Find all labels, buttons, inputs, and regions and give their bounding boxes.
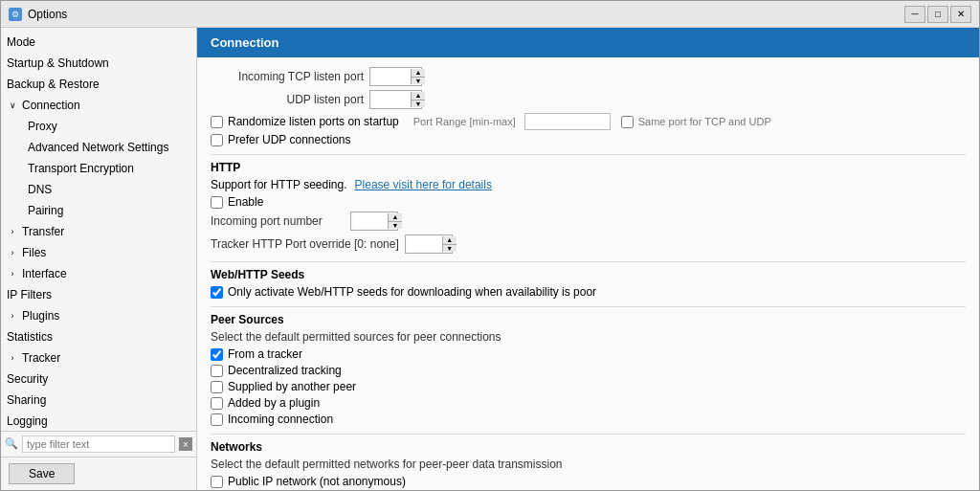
tcp-port-input[interactable]: 6881	[372, 69, 411, 84]
sidebar-item-tracker[interactable]: › Tracker	[1, 347, 196, 368]
public-ip-row: Public IP network (not anonymous)	[211, 475, 966, 488]
sidebar-item-transport-encryption[interactable]: Transport Encryption	[1, 158, 196, 179]
incoming-conn-checkbox[interactable]	[211, 413, 223, 426]
tcp-port-up-button[interactable]: ▲	[412, 69, 425, 77]
incoming-port-up-button[interactable]: ▲	[389, 213, 402, 221]
content-body: Incoming TCP listen port 6881 ▲ ▼ UDP li…	[197, 57, 979, 490]
http-seeding-link[interactable]: Please visit here for details	[355, 178, 492, 191]
transfer-label: Transfer	[22, 223, 64, 240]
plugins-expand-icon: ›	[7, 310, 18, 322]
startup-label: Startup & Shutdown	[7, 55, 109, 72]
added-plugin-label: Added by a plugin	[228, 396, 320, 410]
statistics-label: Statistics	[7, 328, 53, 346]
udp-port-spinbox: 6881 ▲ ▼	[369, 90, 422, 109]
http-section-title: HTTP	[211, 161, 966, 174]
sidebar-item-pairing[interactable]: Pairing	[1, 200, 196, 221]
sidebar-item-security[interactable]: Security	[1, 368, 196, 390]
options-window: ⚙ Options ─ □ ✕ Mode Startup & Shutdown …	[0, 0, 980, 491]
save-button[interactable]: Save	[9, 463, 75, 484]
sidebar-item-backup-restore[interactable]: Backup & Restore	[1, 74, 196, 95]
web-http-section-title: Web/HTTP Seeds	[211, 268, 966, 281]
sidebar-item-plugins[interactable]: › Plugins	[1, 305, 196, 326]
sidebar-item-mode[interactable]: Mode	[1, 32, 196, 53]
sidebar-item-statistics[interactable]: Statistics	[1, 326, 196, 347]
tcp-port-row: Incoming TCP listen port 6881 ▲ ▼	[211, 67, 966, 86]
peer-sources-divider	[211, 306, 966, 307]
proxy-label: Proxy	[28, 118, 57, 135]
supplied-checkbox[interactable]	[211, 381, 223, 393]
http-seeding-label: Support for HTTP seeding.	[211, 178, 347, 191]
port-range-label: Port Range [min-max]	[413, 116, 516, 127]
peer-sources-section-title: Peer Sources	[211, 313, 966, 326]
tracker-override-down-button[interactable]: ▼	[443, 244, 457, 253]
sidebar-item-proxy[interactable]: Proxy	[1, 116, 196, 137]
randomize-checkbox[interactable]	[211, 116, 223, 128]
from-tracker-label: From a tracker	[228, 347, 302, 361]
sidebar-item-advanced-network[interactable]: Advanced Network Settings	[1, 137, 196, 158]
connection-expand-icon: ∨	[7, 100, 18, 111]
sidebar-item-transfer[interactable]: › Transfer	[1, 221, 196, 242]
tracker-override-label: Tracker HTTP Port override [0: none]	[211, 237, 399, 251]
title-bar-left: ⚙ Options	[9, 8, 67, 21]
public-ip-checkbox[interactable]	[211, 476, 223, 488]
sidebar-item-logging[interactable]: Logging	[1, 411, 196, 431]
tracker-expand-icon: ›	[7, 352, 18, 364]
security-label: Security	[7, 370, 48, 388]
same-port-checkbox[interactable]	[621, 116, 634, 128]
content-title: Connection	[211, 35, 279, 50]
tcp-port-down-button[interactable]: ▼	[412, 77, 425, 85]
added-plugin-row: Added by a plugin	[211, 396, 966, 410]
randomize-row: Randomize listen ports on startup Port R…	[211, 113, 966, 130]
peer-sources-desc: Select the default permitted sources for…	[211, 330, 966, 344]
sidebar-item-files[interactable]: › Files	[1, 242, 196, 263]
web-http-row: Only activate Web/HTTP seeds for downloa…	[211, 285, 966, 299]
from-tracker-checkbox[interactable]	[211, 348, 223, 361]
filter-input[interactable]	[22, 435, 175, 453]
ip-filters-label: IP Filters	[7, 286, 52, 303]
prefer-udp-row: Prefer UDP connections	[211, 133, 966, 146]
incoming-port-input[interactable]: 80	[353, 213, 388, 229]
incoming-conn-row: Incoming connection	[211, 413, 966, 426]
files-label: Files	[22, 244, 46, 261]
web-http-checkbox[interactable]	[211, 286, 223, 299]
advanced-network-label: Advanced Network Settings	[28, 139, 168, 156]
udp-port-input[interactable]: 6881	[372, 92, 411, 107]
udp-port-row: UDP listen port 6881 ▲ ▼	[239, 90, 966, 109]
sidebar-item-sharing[interactable]: Sharing	[1, 390, 196, 411]
incoming-port-down-button[interactable]: ▼	[389, 221, 402, 230]
transfer-expand-icon: ›	[7, 226, 18, 237]
web-http-divider	[211, 261, 966, 262]
logging-label: Logging	[7, 413, 48, 430]
maximize-button[interactable]: □	[927, 6, 948, 23]
pairing-label: Pairing	[28, 202, 63, 219]
udp-port-up-button[interactable]: ▲	[412, 92, 425, 100]
from-tracker-row: From a tracker	[211, 347, 966, 361]
port-range-input[interactable]: 10000-65535	[524, 113, 611, 130]
prefer-udp-checkbox[interactable]	[211, 134, 223, 146]
sidebar-item-interface[interactable]: › Interface	[1, 263, 196, 284]
networks-desc: Select the default permitted networks fo…	[211, 458, 966, 471]
filter-search-icon: 🔍	[5, 437, 18, 451]
close-button[interactable]: ✕	[950, 6, 971, 23]
networks-section-title: Networks	[211, 440, 966, 454]
sidebar-item-startup-shutdown[interactable]: Startup & Shutdown	[1, 53, 196, 74]
tracker-override-up-button[interactable]: ▲	[443, 236, 457, 244]
sidebar-item-ip-filters[interactable]: IP Filters	[1, 284, 196, 305]
incoming-port-spinbox: 80 ▲ ▼	[350, 212, 398, 231]
udp-port-down-button[interactable]: ▼	[412, 100, 425, 108]
sidebar-item-connection[interactable]: ∨ Connection	[1, 95, 196, 116]
http-enable-checkbox[interactable]	[211, 196, 223, 209]
udp-port-label: UDP listen port	[239, 93, 364, 106]
files-expand-icon: ›	[7, 247, 18, 258]
minimize-button[interactable]: ─	[904, 6, 925, 23]
added-plugin-checkbox[interactable]	[211, 397, 223, 410]
mode-label: Mode	[7, 33, 35, 51]
save-button-area: Save	[1, 457, 196, 490]
filter-clear-button[interactable]: ×	[179, 437, 192, 451]
tracker-override-row: Tracker HTTP Port override [0: none] 0 ▲…	[211, 234, 966, 254]
sidebar-item-dns[interactable]: DNS	[1, 179, 196, 200]
window-title: Options	[28, 8, 67, 21]
tracker-override-input[interactable]: 0	[408, 236, 442, 252]
http-seeding-row: Support for HTTP seeding. Please visit h…	[211, 178, 966, 191]
decentralized-checkbox[interactable]	[211, 365, 223, 377]
